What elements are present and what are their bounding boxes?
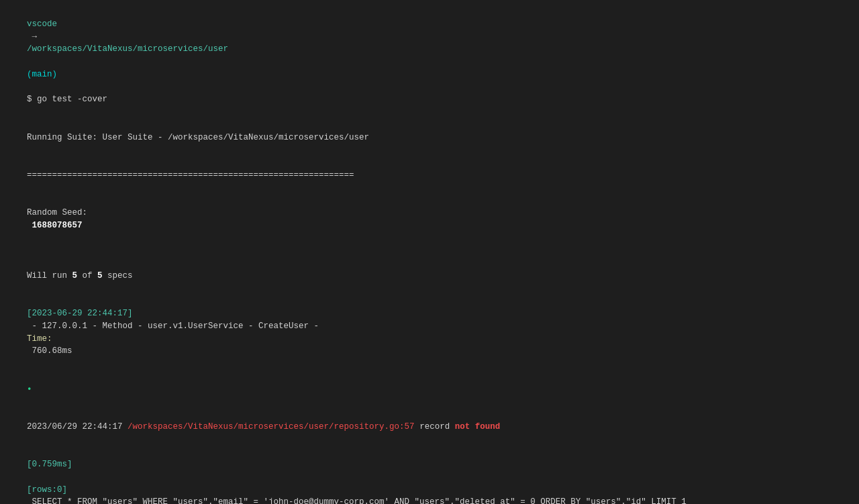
terminal: vscode → /workspaces/VitaNexus/microserv…	[7, 5, 852, 504]
will-run-num2: 5	[97, 271, 103, 281]
space1	[27, 57, 32, 66]
sql1-query: SELECT * FROM "users" WHERE "users"."ema…	[27, 497, 687, 504]
command-label	[27, 83, 32, 92]
error-line-1: 2023/06/29 22:44:17 /workspaces/VitaNexu…	[7, 408, 852, 446]
err1-ts: 2023/06/29 22:44:17	[27, 422, 128, 432]
sql1-space	[27, 472, 32, 482]
will-run-num1: 5	[72, 271, 78, 281]
vscode-label: vscode	[27, 19, 57, 29]
log1-time-label: Time:	[27, 334, 52, 344]
header-line: vscode → /workspaces/VitaNexus/microserv…	[7, 5, 852, 119]
suite-text: Running Suite: User Suite - /workspaces/…	[27, 133, 369, 142]
path-label: /workspaces/VitaNexus/microservices/user	[27, 44, 228, 54]
log1-timestamp: [2023-06-29 22:44:17]	[27, 309, 133, 318]
will-run-middle: of	[77, 271, 97, 281]
err1-msg: record	[415, 422, 455, 432]
divider-line: ========================================…	[7, 156, 852, 194]
err1-path: /workspaces/VitaNexus/microservices/user…	[128, 422, 415, 432]
will-run-line: Will run 5 of 5 specs	[7, 257, 852, 295]
will-run-prefix: Will run	[27, 271, 72, 281]
divider-text: ========================================…	[27, 170, 354, 180]
log1-separator: - 127.0.0.1 - Method - user.v1.UserServi…	[27, 321, 324, 331]
sql-line-1: [0.759ms] [rows:0] SELECT * FROM "users"…	[7, 446, 852, 504]
seed-label: Random Seed:	[27, 208, 87, 217]
sql1-rows: [rows:0]	[27, 485, 67, 495]
sql1-bracket: [0.759ms]	[27, 460, 72, 469]
err1-notfound: not found	[455, 422, 501, 432]
seed-value: 1688078657	[27, 221, 83, 230]
running-suite-line: Running Suite: User Suite - /workspaces/…	[7, 119, 852, 156]
branch-label: (main)	[27, 70, 57, 79]
dot1: •	[27, 385, 32, 394]
will-run-suffix: specs	[103, 271, 133, 281]
log1-time-value: 760.68ms	[27, 346, 72, 356]
command-text: $ go test -cover	[27, 95, 107, 104]
random-seed-line: Random Seed: 1688078657	[7, 194, 852, 244]
blank-line-1	[7, 244, 852, 257]
log-line-1: [2023-06-29 22:44:17] - 127.0.0.1 - Meth…	[7, 295, 852, 370]
dot-line-1: •	[7, 370, 852, 408]
arrow-icon: →	[27, 32, 42, 42]
